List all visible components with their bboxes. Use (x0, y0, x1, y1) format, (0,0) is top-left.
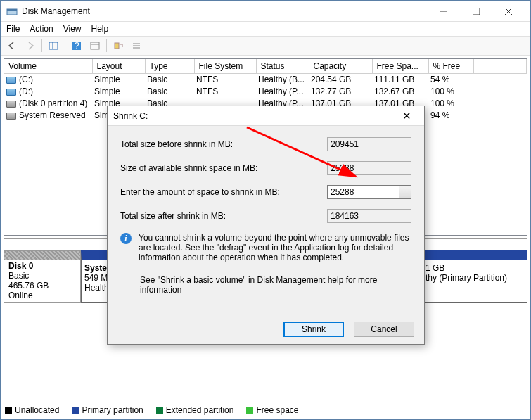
col-layout[interactable]: Layout (92, 59, 145, 74)
legend-primary: Primary partition (72, 405, 143, 415)
partition-size: 1 GB (426, 263, 524, 273)
partition-primary[interactable]: 1 GB thy (Primary Partition) (422, 250, 527, 303)
menu-view[interactable]: View (63, 24, 82, 34)
svg-text:?: ? (75, 41, 79, 51)
svg-rect-1 (7, 9, 17, 11)
dialog-titlebar: Shrink C: ✕ (108, 106, 424, 126)
toolbar-separator (106, 39, 107, 52)
legend-unallocated: Unallocated (5, 405, 59, 415)
disk-status: Online (8, 291, 76, 300)
spin-up-icon[interactable] (404, 187, 408, 190)
spin-down-icon[interactable] (404, 194, 408, 197)
close-button[interactable] (492, 1, 525, 22)
col-fs[interactable]: File System (194, 59, 256, 74)
shrink-dialog: Shrink C: ✕ Total size before shrink in … (107, 106, 425, 345)
label-shrink-amount: Enter the amount of space to shrink in M… (120, 187, 327, 197)
menu-help[interactable]: Help (91, 24, 109, 34)
col-pct[interactable]: % Free (428, 59, 473, 74)
disk-size: 465.76 GB (8, 281, 76, 291)
table-header-row: Volume Layout Type File System Status Ca… (4, 59, 527, 74)
col-spacer (473, 59, 527, 74)
dialog-title: Shrink C: (113, 111, 395, 121)
window-title: Disk Management (22, 6, 428, 16)
menu-action[interactable]: Action (30, 24, 53, 34)
col-volume[interactable]: Volume (4, 59, 92, 74)
minimize-button[interactable] (428, 1, 460, 22)
input-shrink-amount[interactable]: 25288 (327, 185, 411, 199)
label-available: Size of available shrink space in MB: (120, 163, 327, 173)
menu-bar: File Action View Help (1, 22, 530, 36)
back-button[interactable] (4, 38, 20, 53)
toolbar-icon-help[interactable]: ? (68, 38, 85, 53)
disk-name: Disk 0 (8, 261, 76, 271)
app-icon (6, 6, 18, 17)
svg-rect-10 (91, 42, 99, 49)
maximize-button[interactable] (460, 1, 492, 22)
volume-icon (6, 101, 16, 108)
value-total-after: 184163 (327, 209, 411, 223)
label-total-before: Total size before shrink in MB: (120, 139, 327, 149)
label-total-after: Total size after shrink in MB: (120, 211, 327, 221)
volume-icon (6, 77, 16, 84)
svg-rect-3 (473, 8, 480, 15)
forward-button[interactable] (22, 38, 39, 53)
dialog-close-button[interactable]: ✕ (395, 110, 418, 122)
menu-file[interactable]: File (6, 24, 20, 34)
toolbar-icon-list[interactable] (128, 38, 145, 53)
table-row[interactable]: (D:)SimpleBasicNTFSHealthy (P...132.77 G… (4, 86, 527, 98)
disk-type: Basic (8, 271, 76, 281)
col-free[interactable]: Free Spa... (372, 59, 428, 74)
toolbar-separator (41, 39, 42, 52)
legend-free: Free space (246, 405, 298, 415)
table-row[interactable]: (C:)SimpleBasicNTFSHealthy (B...204.54 G… (4, 74, 527, 86)
shrink-button[interactable]: Shrink (283, 322, 344, 337)
col-type[interactable]: Type (145, 59, 194, 74)
partition-status: thy (Primary Partition) (426, 273, 524, 283)
help-text: See "Shrink a basic volume" in Disk Mana… (120, 275, 411, 295)
toolbar-icon-panes[interactable] (45, 38, 62, 53)
value-available: 25288 (327, 161, 411, 175)
toolbar-separator (65, 39, 65, 52)
legend-extended: Extended partition (156, 405, 234, 415)
info-icon: i (120, 233, 132, 244)
toolbar: ? (1, 36, 530, 56)
legend: Unallocated Primary partition Extended p… (5, 402, 526, 415)
disk-header[interactable]: Disk 0 Basic 465.76 GB Online (4, 250, 81, 303)
svg-rect-6 (49, 42, 58, 49)
col-capacity[interactable]: Capacity (309, 59, 372, 74)
info-text: You cannot shrink a volume beyond the po… (139, 233, 411, 262)
svg-rect-12 (115, 43, 119, 49)
volume-icon (6, 113, 16, 120)
toolbar-icon-refresh[interactable] (110, 38, 127, 53)
value-total-before: 209451 (327, 137, 411, 151)
col-status[interactable]: Status (256, 59, 309, 74)
title-bar: Disk Management (1, 1, 530, 22)
cancel-button[interactable]: Cancel (354, 322, 414, 337)
toolbar-icon-properties[interactable] (87, 38, 103, 53)
volume-icon (6, 89, 16, 96)
disk-type-stripe (4, 251, 80, 260)
